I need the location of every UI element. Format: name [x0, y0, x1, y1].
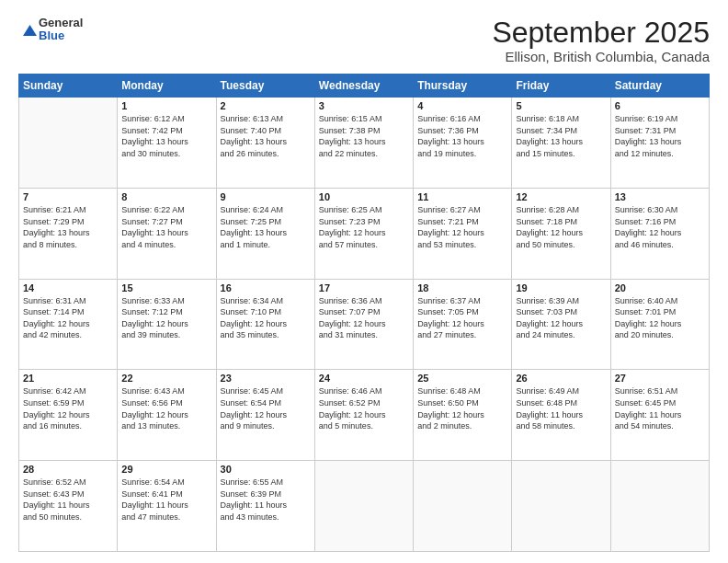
- calendar-header-row: SundayMondayTuesdayWednesdayThursdayFrid…: [19, 75, 710, 98]
- calendar-day-header: Thursday: [414, 75, 512, 98]
- calendar-cell: 17Sunrise: 6:36 AMSunset: 7:07 PMDayligh…: [314, 279, 413, 370]
- day-number: 6: [615, 100, 705, 111]
- day-number: 9: [221, 191, 311, 202]
- calendar-cell: 24Sunrise: 6:46 AMSunset: 6:52 PMDayligh…: [314, 370, 413, 461]
- calendar-cell: 19Sunrise: 6:39 AMSunset: 7:03 PMDayligh…: [512, 279, 610, 370]
- day-number: 5: [516, 100, 606, 111]
- calendar-cell: 27Sunrise: 6:51 AMSunset: 6:45 PMDayligh…: [610, 370, 709, 461]
- day-number: 4: [417, 100, 507, 111]
- title-block: September 2025 Ellison, British Columbia…: [492, 17, 710, 64]
- logo-general: General: [39, 17, 83, 29]
- calendar-cell: [19, 98, 118, 189]
- day-info: Sunrise: 6:55 AMSunset: 6:39 PMDaylight:…: [221, 477, 311, 523]
- day-number: 29: [121, 464, 211, 475]
- day-number: 19: [516, 282, 606, 293]
- day-number: 7: [23, 191, 113, 202]
- calendar-cell: 13Sunrise: 6:30 AMSunset: 7:16 PMDayligh…: [610, 188, 709, 279]
- calendar-day-header: Friday: [512, 75, 610, 98]
- calendar-cell: 3Sunrise: 6:15 AMSunset: 7:38 PMDaylight…: [314, 98, 413, 189]
- day-info: Sunrise: 6:36 AMSunset: 7:07 PMDaylight:…: [319, 295, 409, 341]
- calendar-cell: 30Sunrise: 6:55 AMSunset: 6:39 PMDayligh…: [216, 461, 314, 552]
- calendar-cell: 20Sunrise: 6:40 AMSunset: 7:01 PMDayligh…: [610, 279, 709, 370]
- day-info: Sunrise: 6:22 AMSunset: 7:27 PMDaylight:…: [121, 204, 211, 250]
- day-number: 23: [221, 373, 311, 384]
- day-info: Sunrise: 6:37 AMSunset: 7:05 PMDaylight:…: [417, 295, 507, 341]
- day-info: Sunrise: 6:46 AMSunset: 6:52 PMDaylight:…: [319, 385, 409, 431]
- day-number: 24: [319, 373, 409, 384]
- day-number: 21: [23, 373, 113, 384]
- day-number: 12: [516, 191, 606, 202]
- header: General Blue September 2025 Ellison, Bri…: [18, 17, 710, 64]
- day-info: Sunrise: 6:25 AMSunset: 7:23 PMDaylight:…: [319, 204, 409, 250]
- day-info: Sunrise: 6:30 AMSunset: 7:16 PMDaylight:…: [615, 204, 705, 250]
- calendar-cell: 9Sunrise: 6:24 AMSunset: 7:25 PMDaylight…: [216, 188, 314, 279]
- day-number: 16: [221, 282, 311, 293]
- day-number: 28: [23, 464, 113, 475]
- day-number: 14: [23, 282, 113, 293]
- calendar-cell: 26Sunrise: 6:49 AMSunset: 6:48 PMDayligh…: [512, 370, 610, 461]
- calendar-cell: 2Sunrise: 6:13 AMSunset: 7:40 PMDaylight…: [216, 98, 314, 189]
- calendar-cell: [610, 461, 709, 552]
- logo-text: General Blue: [39, 17, 83, 43]
- day-number: 15: [121, 282, 211, 293]
- day-info: Sunrise: 6:28 AMSunset: 7:18 PMDaylight:…: [516, 204, 606, 250]
- calendar-cell: 18Sunrise: 6:37 AMSunset: 7:05 PMDayligh…: [414, 279, 512, 370]
- day-number: 18: [417, 282, 507, 293]
- logo-blue: Blue: [39, 29, 83, 42]
- calendar-cell: 8Sunrise: 6:22 AMSunset: 7:27 PMDaylight…: [118, 188, 216, 279]
- day-number: 20: [615, 282, 705, 293]
- day-info: Sunrise: 6:39 AMSunset: 7:03 PMDaylight:…: [516, 295, 606, 341]
- day-info: Sunrise: 6:42 AMSunset: 6:59 PMDaylight:…: [23, 385, 113, 431]
- calendar-cell: 22Sunrise: 6:43 AMSunset: 6:56 PMDayligh…: [118, 370, 216, 461]
- day-info: Sunrise: 6:24 AMSunset: 7:25 PMDaylight:…: [221, 204, 311, 250]
- day-info: Sunrise: 6:21 AMSunset: 7:29 PMDaylight:…: [23, 204, 113, 250]
- day-number: 10: [319, 191, 409, 202]
- calendar-cell: 11Sunrise: 6:27 AMSunset: 7:21 PMDayligh…: [414, 188, 512, 279]
- calendar-week-row: 14Sunrise: 6:31 AMSunset: 7:14 PMDayligh…: [19, 279, 710, 370]
- day-info: Sunrise: 6:31 AMSunset: 7:14 PMDaylight:…: [23, 295, 113, 341]
- calendar-day-header: Saturday: [610, 75, 709, 98]
- day-info: Sunrise: 6:49 AMSunset: 6:48 PMDaylight:…: [516, 385, 606, 431]
- day-number: 3: [319, 100, 409, 111]
- day-info: Sunrise: 6:45 AMSunset: 6:54 PMDaylight:…: [221, 385, 311, 431]
- logo-icon: [20, 22, 37, 39]
- day-info: Sunrise: 6:15 AMSunset: 7:38 PMDaylight:…: [319, 113, 409, 159]
- calendar-cell: [414, 461, 512, 552]
- calendar-cell: 23Sunrise: 6:45 AMSunset: 6:54 PMDayligh…: [216, 370, 314, 461]
- calendar-week-row: 1Sunrise: 6:12 AMSunset: 7:42 PMDaylight…: [19, 98, 710, 189]
- day-info: Sunrise: 6:54 AMSunset: 6:41 PMDaylight:…: [121, 477, 211, 523]
- page-title: September 2025: [492, 17, 710, 49]
- calendar-day-header: Sunday: [19, 75, 118, 98]
- day-info: Sunrise: 6:51 AMSunset: 6:45 PMDaylight:…: [615, 385, 705, 431]
- calendar-week-row: 7Sunrise: 6:21 AMSunset: 7:29 PMDaylight…: [19, 188, 710, 279]
- calendar-cell: 28Sunrise: 6:52 AMSunset: 6:43 PMDayligh…: [19, 461, 118, 552]
- calendar-day-header: Tuesday: [216, 75, 314, 98]
- calendar-week-row: 21Sunrise: 6:42 AMSunset: 6:59 PMDayligh…: [19, 370, 710, 461]
- calendar-cell: 12Sunrise: 6:28 AMSunset: 7:18 PMDayligh…: [512, 188, 610, 279]
- svg-marker-0: [23, 25, 37, 36]
- day-number: 8: [121, 191, 211, 202]
- day-info: Sunrise: 6:34 AMSunset: 7:10 PMDaylight:…: [221, 295, 311, 341]
- day-number: 13: [615, 191, 705, 202]
- day-info: Sunrise: 6:33 AMSunset: 7:12 PMDaylight:…: [121, 295, 211, 341]
- calendar-cell: 16Sunrise: 6:34 AMSunset: 7:10 PMDayligh…: [216, 279, 314, 370]
- page-subtitle: Ellison, British Columbia, Canada: [492, 49, 710, 64]
- calendar-cell: 29Sunrise: 6:54 AMSunset: 6:41 PMDayligh…: [118, 461, 216, 552]
- logo: General Blue: [18, 17, 83, 43]
- day-number: 1: [121, 100, 211, 111]
- day-number: 22: [121, 373, 211, 384]
- day-number: 25: [417, 373, 507, 384]
- calendar-cell: [314, 461, 413, 552]
- day-info: Sunrise: 6:43 AMSunset: 6:56 PMDaylight:…: [121, 385, 211, 431]
- day-info: Sunrise: 6:19 AMSunset: 7:31 PMDaylight:…: [615, 113, 705, 159]
- calendar-cell: 25Sunrise: 6:48 AMSunset: 6:50 PMDayligh…: [414, 370, 512, 461]
- day-info: Sunrise: 6:18 AMSunset: 7:34 PMDaylight:…: [516, 113, 606, 159]
- calendar-cell: 10Sunrise: 6:25 AMSunset: 7:23 PMDayligh…: [314, 188, 413, 279]
- page: General Blue September 2025 Ellison, Bri…: [0, 0, 728, 563]
- day-number: 2: [221, 100, 311, 111]
- day-info: Sunrise: 6:40 AMSunset: 7:01 PMDaylight:…: [615, 295, 705, 341]
- calendar-cell: 14Sunrise: 6:31 AMSunset: 7:14 PMDayligh…: [19, 279, 118, 370]
- calendar-cell: 7Sunrise: 6:21 AMSunset: 7:29 PMDaylight…: [19, 188, 118, 279]
- calendar-cell: 15Sunrise: 6:33 AMSunset: 7:12 PMDayligh…: [118, 279, 216, 370]
- calendar-cell: 5Sunrise: 6:18 AMSunset: 7:34 PMDaylight…: [512, 98, 610, 189]
